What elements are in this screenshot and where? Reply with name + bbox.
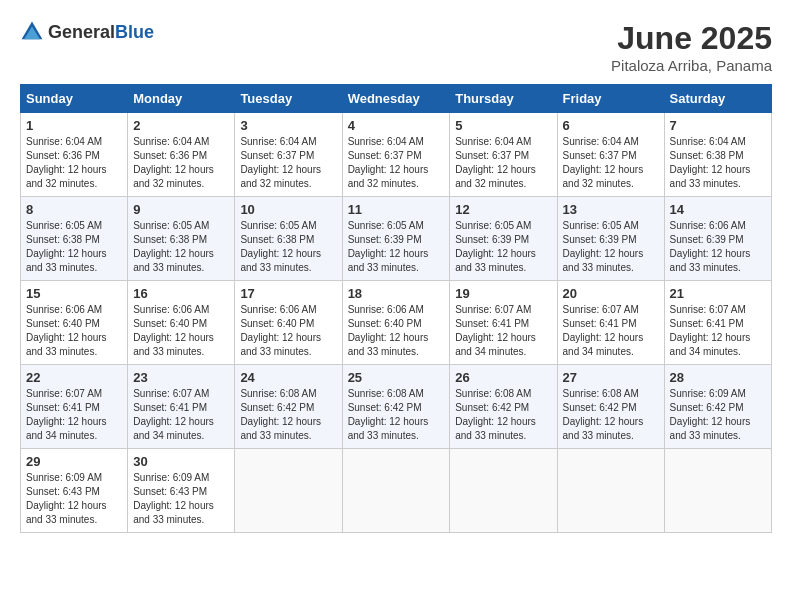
day-number: 3	[240, 118, 336, 133]
location-title: Pitaloza Arriba, Panama	[611, 57, 772, 74]
day-info: Sunrise: 6:07 AMSunset: 6:41 PMDaylight:…	[670, 304, 751, 357]
weekday-header: Sunday	[21, 85, 128, 113]
day-info: Sunrise: 6:04 AMSunset: 6:37 PMDaylight:…	[455, 136, 536, 189]
day-info: Sunrise: 6:07 AMSunset: 6:41 PMDaylight:…	[26, 388, 107, 441]
calendar-day-cell: 24Sunrise: 6:08 AMSunset: 6:42 PMDayligh…	[235, 365, 342, 449]
day-number: 24	[240, 370, 336, 385]
calendar-week-row: 22Sunrise: 6:07 AMSunset: 6:41 PMDayligh…	[21, 365, 772, 449]
calendar-day-cell: 30Sunrise: 6:09 AMSunset: 6:43 PMDayligh…	[128, 449, 235, 533]
day-info: Sunrise: 6:08 AMSunset: 6:42 PMDaylight:…	[563, 388, 644, 441]
calendar-day-cell: 1Sunrise: 6:04 AMSunset: 6:36 PMDaylight…	[21, 113, 128, 197]
day-info: Sunrise: 6:04 AMSunset: 6:37 PMDaylight:…	[563, 136, 644, 189]
day-number: 17	[240, 286, 336, 301]
day-info: Sunrise: 6:06 AMSunset: 6:40 PMDaylight:…	[26, 304, 107, 357]
weekday-header: Friday	[557, 85, 664, 113]
day-number: 28	[670, 370, 766, 385]
day-info: Sunrise: 6:08 AMSunset: 6:42 PMDaylight:…	[240, 388, 321, 441]
calendar-day-cell: 26Sunrise: 6:08 AMSunset: 6:42 PMDayligh…	[450, 365, 557, 449]
day-info: Sunrise: 6:06 AMSunset: 6:40 PMDaylight:…	[240, 304, 321, 357]
day-number: 15	[26, 286, 122, 301]
weekday-header: Wednesday	[342, 85, 450, 113]
calendar-day-cell: 20Sunrise: 6:07 AMSunset: 6:41 PMDayligh…	[557, 281, 664, 365]
day-number: 6	[563, 118, 659, 133]
calendar-day-cell: 23Sunrise: 6:07 AMSunset: 6:41 PMDayligh…	[128, 365, 235, 449]
calendar-week-row: 1Sunrise: 6:04 AMSunset: 6:36 PMDaylight…	[21, 113, 772, 197]
calendar-day-cell: 27Sunrise: 6:08 AMSunset: 6:42 PMDayligh…	[557, 365, 664, 449]
day-info: Sunrise: 6:09 AMSunset: 6:43 PMDaylight:…	[133, 472, 214, 525]
day-info: Sunrise: 6:05 AMSunset: 6:39 PMDaylight:…	[348, 220, 429, 273]
calendar-day-cell: 3Sunrise: 6:04 AMSunset: 6:37 PMDaylight…	[235, 113, 342, 197]
day-info: Sunrise: 6:04 AMSunset: 6:37 PMDaylight:…	[240, 136, 321, 189]
calendar-day-cell: 2Sunrise: 6:04 AMSunset: 6:36 PMDaylight…	[128, 113, 235, 197]
day-number: 10	[240, 202, 336, 217]
calendar-week-row: 8Sunrise: 6:05 AMSunset: 6:38 PMDaylight…	[21, 197, 772, 281]
logo: GeneralBlue	[20, 20, 154, 44]
day-number: 18	[348, 286, 445, 301]
weekday-header: Tuesday	[235, 85, 342, 113]
day-info: Sunrise: 6:05 AMSunset: 6:38 PMDaylight:…	[26, 220, 107, 273]
calendar-day-cell	[557, 449, 664, 533]
calendar-day-cell: 6Sunrise: 6:04 AMSunset: 6:37 PMDaylight…	[557, 113, 664, 197]
calendar-week-row: 29Sunrise: 6:09 AMSunset: 6:43 PMDayligh…	[21, 449, 772, 533]
calendar-day-cell: 7Sunrise: 6:04 AMSunset: 6:38 PMDaylight…	[664, 113, 771, 197]
calendar-day-cell	[342, 449, 450, 533]
day-info: Sunrise: 6:06 AMSunset: 6:40 PMDaylight:…	[133, 304, 214, 357]
calendar-day-cell: 10Sunrise: 6:05 AMSunset: 6:38 PMDayligh…	[235, 197, 342, 281]
day-info: Sunrise: 6:08 AMSunset: 6:42 PMDaylight:…	[455, 388, 536, 441]
calendar-day-cell: 16Sunrise: 6:06 AMSunset: 6:40 PMDayligh…	[128, 281, 235, 365]
calendar-day-cell: 11Sunrise: 6:05 AMSunset: 6:39 PMDayligh…	[342, 197, 450, 281]
day-info: Sunrise: 6:06 AMSunset: 6:39 PMDaylight:…	[670, 220, 751, 273]
day-number: 13	[563, 202, 659, 217]
day-number: 29	[26, 454, 122, 469]
day-info: Sunrise: 6:05 AMSunset: 6:39 PMDaylight:…	[563, 220, 644, 273]
calendar-day-cell: 22Sunrise: 6:07 AMSunset: 6:41 PMDayligh…	[21, 365, 128, 449]
day-number: 21	[670, 286, 766, 301]
logo-text-blue: Blue	[115, 22, 154, 42]
day-info: Sunrise: 6:07 AMSunset: 6:41 PMDaylight:…	[455, 304, 536, 357]
calendar-day-cell: 12Sunrise: 6:05 AMSunset: 6:39 PMDayligh…	[450, 197, 557, 281]
calendar-day-cell	[450, 449, 557, 533]
calendar-table: SundayMondayTuesdayWednesdayThursdayFrid…	[20, 84, 772, 533]
day-info: Sunrise: 6:06 AMSunset: 6:40 PMDaylight:…	[348, 304, 429, 357]
month-title: June 2025	[611, 20, 772, 57]
calendar-day-cell: 14Sunrise: 6:06 AMSunset: 6:39 PMDayligh…	[664, 197, 771, 281]
day-number: 16	[133, 286, 229, 301]
calendar-header-row: SundayMondayTuesdayWednesdayThursdayFrid…	[21, 85, 772, 113]
calendar-day-cell	[235, 449, 342, 533]
day-number: 22	[26, 370, 122, 385]
calendar-day-cell: 4Sunrise: 6:04 AMSunset: 6:37 PMDaylight…	[342, 113, 450, 197]
day-number: 30	[133, 454, 229, 469]
day-info: Sunrise: 6:05 AMSunset: 6:38 PMDaylight:…	[240, 220, 321, 273]
day-info: Sunrise: 6:04 AMSunset: 6:36 PMDaylight:…	[26, 136, 107, 189]
day-number: 27	[563, 370, 659, 385]
calendar-day-cell: 13Sunrise: 6:05 AMSunset: 6:39 PMDayligh…	[557, 197, 664, 281]
day-info: Sunrise: 6:04 AMSunset: 6:38 PMDaylight:…	[670, 136, 751, 189]
calendar-day-cell: 29Sunrise: 6:09 AMSunset: 6:43 PMDayligh…	[21, 449, 128, 533]
day-info: Sunrise: 6:08 AMSunset: 6:42 PMDaylight:…	[348, 388, 429, 441]
page-header: GeneralBlue June 2025 Pitaloza Arriba, P…	[20, 20, 772, 74]
day-info: Sunrise: 6:04 AMSunset: 6:37 PMDaylight:…	[348, 136, 429, 189]
day-number: 26	[455, 370, 551, 385]
day-info: Sunrise: 6:09 AMSunset: 6:42 PMDaylight:…	[670, 388, 751, 441]
calendar-day-cell: 8Sunrise: 6:05 AMSunset: 6:38 PMDaylight…	[21, 197, 128, 281]
day-number: 8	[26, 202, 122, 217]
logo-text-general: General	[48, 22, 115, 42]
day-number: 7	[670, 118, 766, 133]
day-number: 23	[133, 370, 229, 385]
calendar-week-row: 15Sunrise: 6:06 AMSunset: 6:40 PMDayligh…	[21, 281, 772, 365]
day-number: 19	[455, 286, 551, 301]
calendar-day-cell: 25Sunrise: 6:08 AMSunset: 6:42 PMDayligh…	[342, 365, 450, 449]
weekday-header: Saturday	[664, 85, 771, 113]
day-number: 12	[455, 202, 551, 217]
calendar-day-cell: 19Sunrise: 6:07 AMSunset: 6:41 PMDayligh…	[450, 281, 557, 365]
weekday-header: Thursday	[450, 85, 557, 113]
title-block: June 2025 Pitaloza Arriba, Panama	[611, 20, 772, 74]
day-number: 9	[133, 202, 229, 217]
calendar-day-cell: 5Sunrise: 6:04 AMSunset: 6:37 PMDaylight…	[450, 113, 557, 197]
calendar-day-cell: 28Sunrise: 6:09 AMSunset: 6:42 PMDayligh…	[664, 365, 771, 449]
day-info: Sunrise: 6:05 AMSunset: 6:38 PMDaylight:…	[133, 220, 214, 273]
calendar-day-cell: 18Sunrise: 6:06 AMSunset: 6:40 PMDayligh…	[342, 281, 450, 365]
day-number: 25	[348, 370, 445, 385]
logo-icon	[20, 20, 44, 44]
calendar-day-cell: 9Sunrise: 6:05 AMSunset: 6:38 PMDaylight…	[128, 197, 235, 281]
